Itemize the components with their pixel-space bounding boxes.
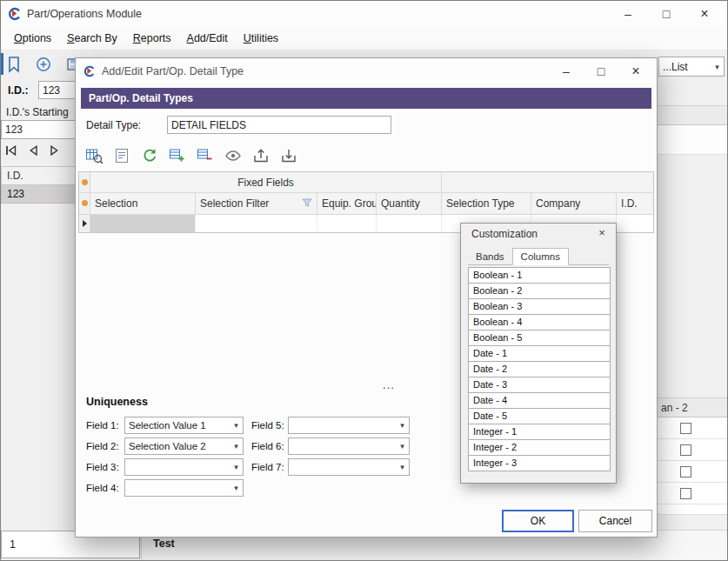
field-dropdown[interactable]: ▾: [124, 479, 244, 497]
customization-list-item[interactable]: Date - 1: [468, 345, 611, 362]
main-window: Part/Operations Module – □ × OptionsSear…: [0, 0, 728, 561]
field-label: Field 3:: [86, 462, 124, 472]
chevron-down-icon[interactable]: ▾: [396, 421, 409, 430]
row-indicator-cell: [79, 193, 90, 214]
col-selection-type[interactable]: Selection Type: [442, 193, 531, 214]
customization-list-item[interactable]: Boolean - 4: [468, 314, 611, 331]
col-company[interactable]: Company: [531, 193, 617, 214]
bookmark-icon[interactable]: [4, 55, 23, 74]
tab-bands[interactable]: Bands: [468, 249, 512, 264]
dialog-minimize-button[interactable]: –: [549, 58, 584, 84]
customization-list-item[interactable]: Integer - 1: [468, 424, 611, 440]
chevron-down-icon[interactable]: ▾: [230, 484, 243, 492]
minimize-button[interactable]: –: [609, 1, 647, 27]
form-view-icon[interactable]: [112, 146, 131, 165]
customization-list-item[interactable]: Integer - 3: [468, 455, 611, 471]
ok-button[interactable]: OK: [502, 510, 574, 532]
splitter-ellipsis[interactable]: ...: [371, 378, 406, 391]
cancel-button[interactable]: Cancel: [578, 510, 652, 532]
field-dropdown[interactable]: ▾: [288, 437, 410, 455]
maximize-button[interactable]: □: [647, 1, 685, 27]
customization-close-icon[interactable]: ×: [595, 226, 609, 239]
dialog-toolbar: [84, 145, 298, 166]
col-equip-group[interactable]: Equip. Group: [317, 193, 377, 214]
id-input[interactable]: 123: [38, 81, 77, 99]
refresh-icon[interactable]: [140, 146, 159, 165]
field-dropdown[interactable]: ▾: [288, 417, 410, 434]
chevron-down-icon[interactable]: ▾: [230, 442, 243, 451]
checkbox[interactable]: [680, 423, 691, 434]
add-record-icon[interactable]: [34, 55, 53, 74]
uniqueness-field-row: Field 5:▾: [251, 417, 410, 434]
filter-icon[interactable]: [302, 197, 312, 210]
export-icon[interactable]: [251, 146, 270, 165]
customization-list-item[interactable]: Integer - 2: [468, 439, 611, 456]
close-button[interactable]: ×: [685, 1, 724, 27]
app-icon: [8, 7, 22, 23]
right-panel-header[interactable]: an - 2: [658, 397, 728, 417]
field-dropdown[interactable]: Selection Value 1▾: [124, 417, 244, 434]
left-grid-header[interactable]: I.D.: [1, 166, 77, 185]
cell-id[interactable]: [617, 215, 654, 232]
import-icon[interactable]: [279, 146, 298, 165]
col-selection[interactable]: Selection: [90, 193, 196, 214]
col-quantity[interactable]: Quantity: [377, 193, 442, 214]
menu-item-add-edit[interactable]: Add/Edit: [179, 29, 236, 48]
uniqueness-field-row: Field 7:▾: [251, 458, 410, 476]
add-row-icon[interactable]: [168, 146, 187, 165]
customization-list-item[interactable]: Date - 5: [468, 408, 611, 424]
field-dropdown[interactable]: ▾: [288, 458, 410, 476]
column-header-row: Selection Selection Filter Equip. Group …: [79, 193, 654, 214]
col-id[interactable]: I.D.: [617, 193, 654, 214]
chevron-down-icon[interactable]: ▾: [396, 442, 409, 451]
detail-type-input[interactable]: DETAIL FIELDS: [167, 116, 391, 134]
field-label: Field 6:: [251, 441, 288, 451]
right-panel-rows: [658, 417, 728, 515]
left-grid-selected-row[interactable]: 123: [1, 185, 77, 204]
eye-icon[interactable]: [224, 146, 243, 165]
grid-search-icon[interactable]: [84, 146, 104, 165]
chevron-down-icon[interactable]: ▾: [230, 421, 243, 430]
customization-list-item[interactable]: Boolean - 5: [468, 330, 611, 346]
customization-list-item[interactable]: Boolean - 2: [468, 283, 611, 299]
current-row-arrow-icon: [83, 220, 87, 227]
nav-next-icon[interactable]: [46, 143, 63, 158]
orange-dot-icon: [82, 179, 88, 185]
nav-first-icon[interactable]: [3, 143, 20, 158]
customization-list-item[interactable]: Boolean - 1: [468, 267, 611, 284]
ids-starting-input[interactable]: 123: [1, 120, 77, 139]
dialog-close-button[interactable]: ×: [618, 58, 653, 84]
cell-selection[interactable]: [90, 215, 196, 232]
customization-list-item[interactable]: Date - 3: [468, 377, 611, 393]
customization-list-item[interactable]: Date - 2: [468, 361, 611, 377]
cell-equip-group[interactable]: [317, 215, 377, 232]
field-label: Field 7:: [251, 462, 288, 472]
band-fixed-fields[interactable]: Fixed Fields: [90, 172, 442, 193]
chevron-down-icon[interactable]: ▾: [230, 463, 243, 471]
field-dropdown[interactable]: Selection Value 2▾: [124, 437, 244, 455]
background-grid-header: [658, 105, 728, 125]
customization-list-item[interactable]: Boolean - 3: [468, 298, 611, 315]
delete-row-icon[interactable]: [196, 146, 215, 165]
menu-item-reports[interactable]: Reports: [125, 29, 179, 48]
chevron-down-icon[interactable]: ▾: [711, 63, 724, 71]
chevron-down-icon[interactable]: ▾: [396, 463, 409, 471]
customization-list-item[interactable]: Date - 4: [468, 392, 611, 409]
checkbox[interactable]: [680, 444, 691, 456]
menu-item-search-by[interactable]: Search By: [59, 29, 125, 48]
table-row: [658, 461, 728, 483]
dialog-maximize-button[interactable]: □: [584, 58, 618, 84]
bottom-row-label: Test: [153, 538, 175, 550]
nav-prev-icon[interactable]: [24, 143, 42, 158]
checkbox[interactable]: [680, 488, 691, 499]
background-combo[interactable]: ...List ▾: [658, 57, 725, 77]
band-non-fixed-fields[interactable]: Non-Fi: [442, 172, 654, 193]
menu-item-options[interactable]: Options: [6, 29, 59, 48]
checkbox[interactable]: [680, 466, 691, 478]
field-dropdown[interactable]: ▾: [124, 458, 244, 476]
tab-columns[interactable]: Columns: [512, 248, 569, 265]
menu-item-utilities[interactable]: Utilities: [236, 29, 286, 48]
cell-selection-filter[interactable]: [196, 215, 317, 232]
cell-quantity[interactable]: [377, 215, 442, 232]
col-selection-filter[interactable]: Selection Filter: [196, 193, 317, 214]
